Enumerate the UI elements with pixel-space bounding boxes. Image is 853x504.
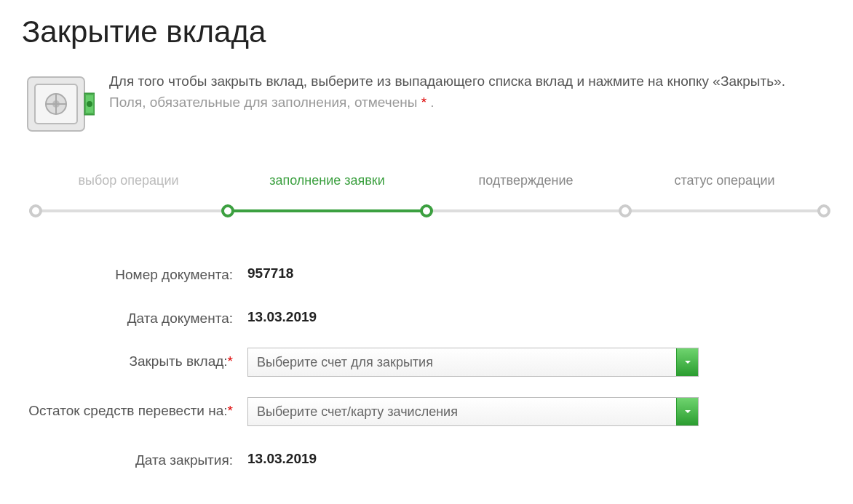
track-segment-1 bbox=[29, 209, 228, 212]
row-close-date: Дата закрытия: 13.03.2019 bbox=[22, 447, 750, 470]
required-star-icon: * bbox=[421, 95, 426, 110]
transfer-to-placeholder: Выберите счет/карту зачисления bbox=[257, 404, 458, 420]
row-transfer-to: Остаток средств перевести на:* Выберите … bbox=[22, 397, 750, 426]
doc-number-label: Номер документа: bbox=[22, 261, 233, 284]
chevron-down-icon bbox=[676, 348, 698, 376]
step-dot-5 bbox=[817, 204, 830, 217]
required-star-icon: * bbox=[228, 403, 233, 418]
step-dot-2 bbox=[221, 204, 234, 217]
form-rows: Номер документа: 957718 Дата документа: … bbox=[22, 261, 750, 470]
close-date-label: Дата закрытия: bbox=[22, 447, 233, 470]
doc-date-value: 13.03.2019 bbox=[247, 305, 317, 325]
track-segment-4 bbox=[625, 209, 824, 212]
step-label-4: статус операции bbox=[625, 173, 824, 188]
intro-hint: Поля, обязательные для заполнения, отмеч… bbox=[109, 92, 785, 113]
chevron-down-icon bbox=[676, 398, 698, 425]
intro-section: Для того чтобы закрыть вклад, выберите и… bbox=[22, 71, 831, 137]
step-dot-4 bbox=[619, 204, 632, 217]
row-doc-date: Дата документа: 13.03.2019 bbox=[22, 305, 750, 328]
row-doc-number: Номер документа: 957718 bbox=[22, 261, 750, 284]
required-star-icon: * bbox=[228, 353, 233, 369]
track-segment-2 bbox=[228, 209, 426, 212]
step-dot-1 bbox=[29, 204, 42, 217]
track-segment-3 bbox=[426, 209, 625, 212]
step-label-3: подтверждение bbox=[426, 173, 625, 188]
step-label-1: выбор операции bbox=[29, 173, 228, 188]
doc-number-value: 957718 bbox=[247, 261, 293, 281]
intro-main: Для того чтобы закрыть вклад, выберите и… bbox=[109, 71, 785, 92]
close-date-value: 13.03.2019 bbox=[247, 447, 317, 467]
step-label-2: заполнение заявки bbox=[228, 173, 426, 188]
close-account-select[interactable]: Выберите счет для закрытия bbox=[247, 348, 699, 377]
page-title: Закрытие вклада bbox=[22, 15, 831, 49]
svg-point-8 bbox=[87, 101, 92, 107]
close-account-placeholder: Выберите счет для закрытия bbox=[257, 355, 433, 370]
row-close-account: Закрыть вклад:* Выберите счет для закрыт… bbox=[22, 348, 750, 377]
progress-steps: выбор операции заполнение заявки подтвер… bbox=[22, 173, 831, 217]
doc-date-label: Дата документа: bbox=[22, 305, 233, 328]
intro-text: Для того чтобы закрыть вклад, выберите и… bbox=[109, 71, 785, 113]
transfer-to-select[interactable]: Выберите счет/карту зачисления bbox=[247, 397, 699, 426]
transfer-to-label: Остаток средств перевести на:* bbox=[22, 397, 233, 420]
step-dot-3 bbox=[420, 204, 433, 217]
safe-icon bbox=[22, 71, 95, 137]
close-account-label: Закрыть вклад:* bbox=[22, 348, 233, 371]
